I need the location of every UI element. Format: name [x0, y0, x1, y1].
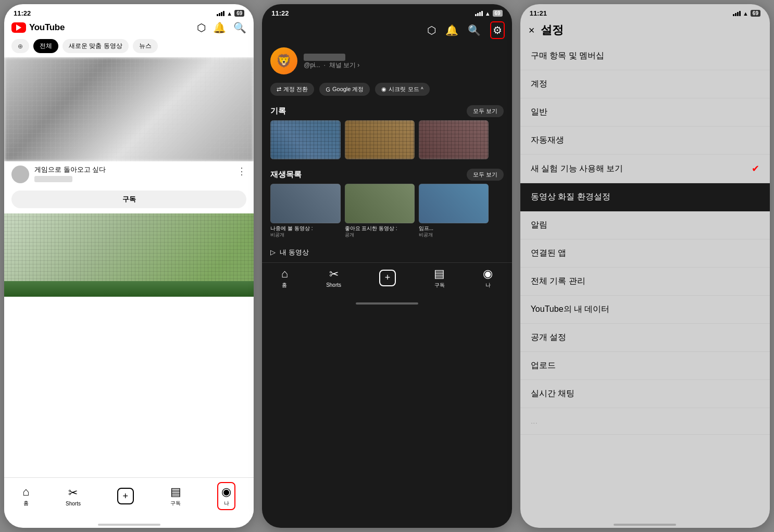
history-header: 기록 모두 보기	[262, 101, 511, 120]
playlist-title: 재생목록	[270, 170, 302, 180]
status-bar-1: 11:22 ▲ 69	[4, 4, 254, 18]
playlist-label-3: 임프...	[419, 225, 489, 232]
profile-name	[304, 52, 359, 61]
playlist-label-2: 좋아요 표시한 동영상 :	[345, 225, 415, 232]
filter-chips: ⊕ 전체 새로운 맞춤 동영상 뉴스	[4, 37, 254, 57]
settings-manage-history[interactable]: 전체 기록 관리	[520, 268, 770, 296]
profile-handle: @pi... · 채널 보기 ›	[304, 61, 359, 70]
explore-chip[interactable]: ⊕	[11, 39, 29, 53]
time-2: 11:22	[271, 9, 289, 17]
bell-icon-2[interactable]: 🔔	[445, 24, 458, 36]
playlist-header: 재생목록 모두 보기	[262, 164, 511, 184]
settings-gear-highlight: ⚙	[490, 21, 505, 39]
youtube-play-icon[interactable]	[11, 22, 26, 33]
cast-icon-2[interactable]: ⬡	[427, 24, 436, 36]
subscriptions-icon-2: ▤	[434, 267, 445, 281]
settings-upload[interactable]: 업로드	[520, 352, 770, 380]
blurred-name	[304, 54, 345, 61]
settings-autoplay[interactable]: 자동재생	[520, 126, 770, 155]
search-icon[interactable]: 🔍	[233, 21, 246, 34]
settings-purchases[interactable]: 구매 항목 및 멤버십	[520, 42, 770, 70]
pixel-overlay-1	[4, 57, 254, 161]
video-title-1: 게임으로 돌아오고 싶다	[34, 166, 232, 174]
status-icons-1: ▲ 69	[217, 10, 244, 17]
bottom-nav-1: ⌂ 홈 ✂ Shorts + ▤ 구독 ◉ 나	[4, 477, 254, 520]
settings-connected-apps[interactable]: 연결된 앱	[520, 239, 770, 268]
playlist-privacy-3: 비공개	[419, 232, 489, 238]
settings-general[interactable]: 일반	[520, 98, 770, 126]
play-icon-my: ▷	[270, 248, 276, 256]
add-button-2[interactable]: +	[379, 270, 396, 286]
playlist-see-all[interactable]: 모두 보기	[467, 169, 504, 181]
nav-shorts-1[interactable]: ✂ Shorts	[66, 486, 81, 506]
nav-home-1[interactable]: ⌂ 홈	[22, 485, 29, 507]
settings-close-btn[interactable]: ×	[529, 24, 535, 36]
status-bar-3: 11:21 ▲ 69	[520, 4, 770, 18]
wifi-icon-2: ▲	[485, 10, 491, 17]
settings-experiment[interactable]: 새 실험 기능 사용해 보기 ✔	[520, 155, 770, 183]
playlist-item-2[interactable]: 좋아요 표시한 동영상 : 공개	[345, 184, 415, 238]
settings-notifications[interactable]: 알림	[520, 211, 770, 239]
nav-me-1[interactable]: ◉ 나	[217, 482, 235, 510]
playlist-item-1[interactable]: 나중에 볼 동영상 : 비공개	[270, 184, 340, 238]
settings-more-placeholder: ...	[520, 408, 770, 435]
history-thumb-1[interactable]	[270, 120, 340, 159]
bell-icon[interactable]: 🔔	[213, 21, 226, 34]
chip-news[interactable]: 뉴스	[133, 39, 158, 53]
account-actions: ⇄ 계정 전환 G Google 계정 ◉ 시크릿 모드 ᴬ	[262, 80, 511, 101]
home-indicator-1	[4, 520, 254, 528]
signal-icon-2	[475, 10, 483, 16]
nav-subscriptions-2[interactable]: ▤ 구독	[434, 267, 445, 289]
nav-me-2[interactable]: ◉ 나	[483, 267, 493, 289]
settings-video-quality[interactable]: 동영상 화질 환경설정	[520, 183, 770, 211]
green-stripe	[4, 281, 254, 297]
settings-account[interactable]: 계정	[520, 70, 770, 98]
video-info-1: 게임으로 돌아오고 싶다 채널명 ⋮	[4, 161, 254, 187]
shorts-icon-2: ✂	[329, 268, 339, 281]
switch-account-btn[interactable]: ⇄ 계정 전환	[270, 83, 314, 96]
wifi-icon: ▲	[227, 10, 232, 17]
search-icon-2[interactable]: 🔍	[468, 24, 481, 36]
profile-icon-1: ◉	[221, 485, 231, 499]
header-icons: ⬡ 🔔 🔍	[197, 21, 246, 34]
subscribe-container: 구독	[4, 187, 254, 213]
channel-avatar-1[interactable]	[11, 166, 29, 183]
settings-my-data[interactable]: YouTube의 내 데이터	[520, 296, 770, 324]
add-button-1[interactable]: +	[117, 488, 134, 504]
chip-recommended[interactable]: 새로운 맞춤 동영상	[63, 39, 129, 53]
history-row	[262, 120, 511, 164]
my-videos-btn[interactable]: ▷ 내 동영상	[262, 243, 511, 262]
playlist-item-3[interactable]: 임프... 비공개	[419, 184, 489, 238]
explore-icon: ⊕	[18, 43, 23, 50]
more-icon-1[interactable]: ⋮	[237, 166, 246, 177]
history-thumb-3[interactable]	[419, 120, 489, 159]
video-thumb-2[interactable]	[4, 213, 254, 297]
phone1-youtube-home: 11:22 ▲ 69 YouTube ⬡ 🔔 🔍 ⊕ 전	[4, 4, 254, 528]
incognito-btn[interactable]: ◉ 시크릿 모드 ᴬ	[375, 83, 429, 96]
nav-subscriptions-1[interactable]: ▤ 구독	[170, 485, 181, 507]
nav-add-1[interactable]: +	[117, 488, 134, 504]
settings-live-chat[interactable]: 실시간 채팅	[520, 380, 770, 408]
chip-all[interactable]: 전체	[33, 39, 58, 53]
settings-privacy[interactable]: 공개 설정	[520, 324, 770, 352]
google-icon: G	[326, 86, 330, 93]
profile-avatar[interactable]: 🦁	[270, 47, 297, 74]
nav-home-2[interactable]: ⌂ 홈	[281, 267, 288, 289]
playlist-privacy-1: 비공개	[270, 232, 340, 238]
status-bar-2: 11:22 ▲ 69	[262, 4, 511, 18]
time-1: 11:22	[14, 9, 31, 17]
nav-shorts-2[interactable]: ✂ Shorts	[326, 268, 341, 288]
playlist-row: 나중에 볼 동영상 : 비공개 좋아요 표시한 동영상 : 공개 임프... 비…	[262, 184, 511, 242]
status-icons-2: ▲ 69	[475, 10, 503, 17]
google-account-btn[interactable]: G Google 계정	[319, 83, 370, 96]
history-thumb-2[interactable]	[345, 120, 415, 159]
subscribe-button[interactable]: 구독	[11, 191, 246, 208]
nav-add-2[interactable]: +	[379, 270, 396, 286]
cast-icon[interactable]: ⬡	[197, 21, 206, 34]
history-see-all[interactable]: 모두 보기	[467, 105, 504, 117]
phone3-settings: 11:21 ▲ 69 × 설정 구매 항목 및 멤버십 계정 일반 자동재생	[520, 4, 770, 528]
signal-icon	[217, 10, 224, 16]
incognito-icon: ◉	[381, 86, 386, 93]
video-thumb-1[interactable]	[4, 57, 254, 161]
gear-icon-2[interactable]: ⚙	[493, 24, 502, 36]
